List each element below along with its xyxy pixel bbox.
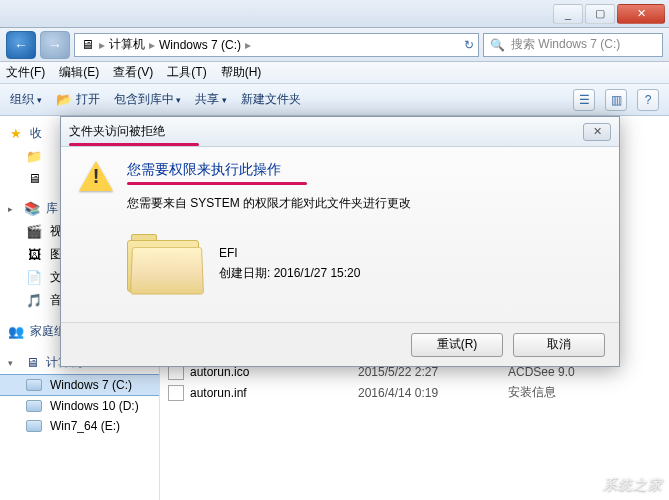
file-name: autorun.ico: [190, 365, 249, 379]
dialog-button-row: 重试(R) 取消: [61, 322, 619, 366]
watermark: 系统之家: [603, 476, 663, 494]
folder-date: 创建日期: 2016/1/27 15:20: [219, 263, 360, 283]
retry-button[interactable]: 重试(R): [411, 333, 503, 357]
library-icon: 📚: [24, 201, 40, 217]
dialog-title: 文件夹访问被拒绝: [69, 123, 165, 140]
sidebar-drive-d[interactable]: Windows 10 (D:): [0, 396, 159, 416]
computer-icon: 🖥: [24, 355, 40, 371]
file-date: 2016/4/14 0:19: [358, 386, 498, 400]
menu-tools[interactable]: 工具(T): [167, 64, 206, 81]
drive-icon: [26, 420, 42, 432]
address-bar[interactable]: 🖥 ▸ 计算机 ▸ Windows 7 (C:) ▸ ↻: [74, 33, 479, 57]
navigation-bar: ← → 🖥 ▸ 计算机 ▸ Windows 7 (C:) ▸ ↻ 🔍 搜索 Wi…: [0, 28, 669, 62]
dialog-close-button[interactable]: ✕: [583, 123, 611, 141]
preview-pane-button[interactable]: ▥: [605, 89, 627, 111]
file-type: 安装信息: [508, 384, 556, 401]
open-icon: 📂: [56, 92, 72, 108]
expand-icon: ▾: [8, 358, 18, 368]
search-placeholder: 搜索 Windows 7 (C:): [511, 36, 620, 53]
forward-button[interactable]: →: [40, 31, 70, 59]
sidebar-drive-c[interactable]: Windows 7 (C:): [0, 374, 159, 396]
breadcrumb-computer[interactable]: 计算机: [109, 36, 145, 53]
document-icon: 📄: [26, 270, 42, 286]
drive-icon: [26, 379, 42, 391]
homegroup-icon: 👥: [8, 324, 24, 340]
music-icon: 🎵: [26, 293, 42, 309]
open-button[interactable]: 📂打开: [56, 91, 100, 108]
maximize-button[interactable]: ▢: [585, 4, 615, 24]
new-folder-button[interactable]: 新建文件夹: [241, 91, 301, 108]
breadcrumb-drive[interactable]: Windows 7 (C:): [159, 38, 241, 52]
back-button[interactable]: ←: [6, 31, 36, 59]
close-button[interactable]: ✕: [617, 4, 665, 24]
folder-icon: 📁: [26, 148, 42, 164]
file-date: 2015/5/22 2:27: [358, 365, 498, 379]
include-library-button[interactable]: 包含到库中: [114, 91, 182, 108]
menu-edit[interactable]: 编辑(E): [59, 64, 99, 81]
warning-icon: !: [79, 161, 113, 195]
dialog-heading: 您需要权限来执行此操作: [127, 161, 411, 179]
dialog-body: ! 您需要权限来执行此操作 您需要来自 SYSTEM 的权限才能对此文件夹进行更…: [61, 147, 619, 322]
share-button[interactable]: 共享: [195, 91, 227, 108]
search-input[interactable]: 🔍 搜索 Windows 7 (C:): [483, 33, 663, 57]
computer-icon: 🖥: [79, 37, 95, 53]
video-icon: 🎬: [26, 224, 42, 240]
search-icon: 🔍: [490, 38, 505, 52]
drive-icon: [26, 400, 42, 412]
breadcrumb-sep: ▸: [245, 38, 251, 52]
menu-view[interactable]: 查看(V): [113, 64, 153, 81]
window-titlebar: _ ▢ ✕: [0, 0, 669, 28]
star-icon: ★: [8, 126, 24, 142]
breadcrumb-sep: ▸: [149, 38, 155, 52]
folder-name: EFI: [219, 243, 360, 263]
sidebar-drive-e[interactable]: Win7_64 (E:): [0, 416, 159, 436]
highlight-underline: [69, 143, 199, 146]
folder-icon: [127, 232, 203, 294]
file-type: ACDSee 9.0: [508, 365, 575, 379]
menu-bar: 文件(F) 编辑(E) 查看(V) 工具(T) 帮助(H): [0, 62, 669, 84]
cancel-button[interactable]: 取消: [513, 333, 605, 357]
view-mode-button[interactable]: ☰: [573, 89, 595, 111]
menu-help[interactable]: 帮助(H): [221, 64, 262, 81]
file-name: autorun.inf: [190, 386, 247, 400]
desktop-icon: 🖥: [26, 170, 42, 186]
refresh-button[interactable]: ↻: [464, 38, 474, 52]
access-denied-dialog: 文件夹访问被拒绝 ✕ ! 您需要权限来执行此操作 您需要来自 SYSTEM 的权…: [60, 116, 620, 367]
breadcrumb-sep: ▸: [99, 38, 105, 52]
file-icon: [168, 385, 184, 401]
organize-button[interactable]: 组织: [10, 91, 42, 108]
file-row[interactable]: autorun.inf 2016/4/14 0:19 安装信息: [168, 382, 661, 403]
picture-icon: 🖼: [26, 247, 42, 263]
dialog-message: 您需要来自 SYSTEM 的权限才能对此文件夹进行更改: [127, 195, 411, 212]
menu-file[interactable]: 文件(F): [6, 64, 45, 81]
expand-icon: ▸: [8, 204, 18, 214]
highlight-underline: [127, 182, 307, 185]
help-button[interactable]: ?: [637, 89, 659, 111]
toolbar: 组织 📂打开 包含到库中 共享 新建文件夹 ☰ ▥ ?: [0, 84, 669, 116]
minimize-button[interactable]: _: [553, 4, 583, 24]
